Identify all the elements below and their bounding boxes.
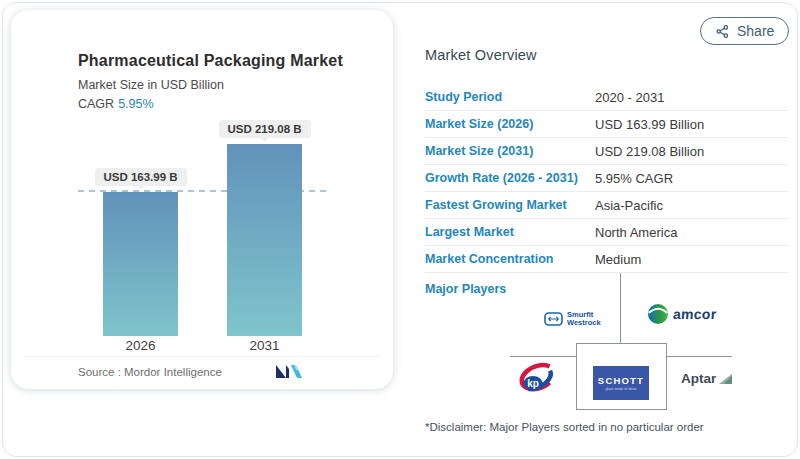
table-row: Fastest Growing Market Asia-Pacific bbox=[425, 192, 788, 219]
bar-2026[interactable] bbox=[103, 192, 178, 336]
chart-title: Pharmaceutical Packaging Market bbox=[78, 52, 343, 70]
bar-chart: USD 163.99 B USD 219.08 B bbox=[78, 110, 328, 336]
row-value: 2020 - 2031 bbox=[595, 90, 664, 105]
cagr-label: CAGR bbox=[78, 97, 114, 111]
cagr-value: 5.95% bbox=[118, 97, 153, 111]
x-axis-label-2031: 2031 bbox=[227, 338, 302, 353]
schott-wordmark: SCHOTT bbox=[598, 375, 644, 386]
aptar-wordmark: Aptar bbox=[681, 371, 716, 386]
card-divider bbox=[23, 356, 381, 357]
mordor-intelligence-logo-icon bbox=[275, 364, 302, 379]
major-players-label: Major Players bbox=[425, 282, 506, 296]
source-text: Source : Mordor Intelligence bbox=[78, 366, 222, 378]
row-label: Study Period bbox=[425, 90, 595, 104]
table-row: Study Period 2020 - 2031 bbox=[425, 84, 788, 111]
row-label: Market Concentration bbox=[425, 252, 595, 266]
connector-horizontal-right bbox=[666, 356, 732, 357]
disclaimer-text: *Disclaimer: Major Players sorted in no … bbox=[425, 421, 704, 433]
bar-2031[interactable] bbox=[227, 144, 302, 336]
share-button[interactable]: Share bbox=[700, 17, 789, 45]
row-label: Market Size (2026) bbox=[425, 117, 595, 131]
logo-smurfit-westrock: Smurfit Westrock bbox=[544, 311, 601, 326]
bar-value-label-2031: USD 219.08 B bbox=[218, 120, 310, 138]
logo-schott: SCHOTT glass made of ideas bbox=[593, 366, 649, 400]
aptar-icon bbox=[719, 373, 733, 385]
row-value: 5.95% CAGR bbox=[595, 171, 673, 186]
share-icon bbox=[715, 24, 730, 39]
table-row: Market Concentration Medium bbox=[425, 246, 788, 273]
share-label: Share bbox=[737, 23, 774, 39]
bar-value-label-2026: USD 163.99 B bbox=[94, 168, 186, 186]
connector-horizontal-left bbox=[510, 356, 576, 357]
overview-table: Study Period 2020 - 2031 Market Size (20… bbox=[425, 84, 788, 273]
logo-amcor: amcor bbox=[647, 303, 717, 325]
row-label: Largest Market bbox=[425, 225, 595, 239]
amcor-icon bbox=[647, 303, 669, 325]
page: Share Pharmaceutical Packaging Market Ma… bbox=[0, 0, 800, 459]
chart-subtitle: Market Size in USD Billion bbox=[78, 78, 224, 92]
row-value: Asia-Pacific bbox=[595, 198, 663, 213]
row-label: Growth Rate (2026 - 2031) bbox=[425, 171, 595, 185]
row-label: Market Size (2031) bbox=[425, 144, 595, 158]
connector-vertical bbox=[620, 273, 621, 343]
smurfit-westrock-icon bbox=[544, 312, 563, 326]
logo-kp: kp bbox=[514, 358, 560, 402]
table-row: Largest Market North America bbox=[425, 219, 788, 246]
schott-tagline: glass made of ideas bbox=[605, 387, 636, 391]
row-value: USD 163.99 Billion bbox=[595, 117, 704, 132]
bar-slot-2031: USD 219.08 B bbox=[227, 110, 302, 336]
x-axis-label-2026: 2026 bbox=[103, 338, 178, 353]
kp-icon: kp bbox=[514, 358, 560, 398]
smurfit-line2: Westrock bbox=[567, 319, 601, 327]
chart-cagr: CAGR5.95% bbox=[78, 97, 154, 111]
chart-card: Pharmaceutical Packaging Market Market S… bbox=[11, 10, 393, 389]
row-value: Medium bbox=[595, 252, 641, 267]
row-value: USD 219.08 Billion bbox=[595, 144, 704, 159]
amcor-wordmark: amcor bbox=[672, 306, 717, 322]
table-row: Market Size (2026) USD 163.99 Billion bbox=[425, 111, 788, 138]
overview-title: Market Overview bbox=[425, 47, 537, 63]
bar-slot-2026: USD 163.99 B bbox=[103, 110, 178, 336]
table-row: Growth Rate (2026 - 2031) 5.95% CAGR bbox=[425, 165, 788, 192]
row-label: Fastest Growing Market bbox=[425, 198, 595, 212]
row-value: North America bbox=[595, 225, 677, 240]
logo-aptar: Aptar bbox=[681, 371, 733, 386]
svg-text:kp: kp bbox=[527, 378, 539, 389]
table-row: Market Size (2031) USD 219.08 Billion bbox=[425, 138, 788, 165]
